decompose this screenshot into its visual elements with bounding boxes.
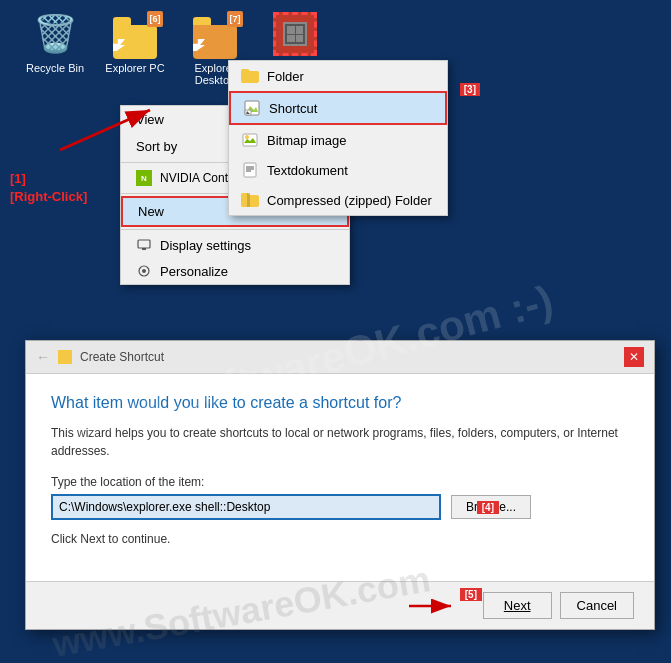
dialog-heading: What item would you like to create a sho…: [51, 394, 629, 412]
explorer-desktop-badge: [7]: [227, 11, 243, 27]
recycle-bin-label: Recycle Bin: [26, 62, 84, 74]
annotation-arrow-5: [404, 591, 459, 621]
separator-3: [121, 229, 349, 230]
display-settings-icon: [136, 237, 152, 253]
dialog-close-button[interactable]: ✕: [624, 347, 644, 367]
dialog-title-folder-icon: [58, 350, 72, 364]
submenu-folder[interactable]: Folder: [229, 61, 447, 91]
svg-rect-14: [247, 193, 250, 207]
submenu-bitmap[interactable]: Bitmap image: [229, 125, 447, 155]
explorer-pc-badge: [6]: [147, 11, 163, 27]
folder-icon: [241, 67, 259, 85]
submenu-compressed[interactable]: Compressed (zipped) Folder: [229, 185, 447, 215]
bitmap-icon: [241, 131, 259, 149]
annotation-5: [5]: [460, 588, 482, 601]
dialog-titlebar: ← Create Shortcut ✕: [26, 341, 654, 374]
dialog-location-input[interactable]: [51, 494, 441, 520]
desktop-icon-explorer-pc[interactable]: [6] Explorer PC: [100, 10, 170, 86]
submenu-shortcut[interactable]: Shortcut [3]: [229, 91, 447, 125]
nvidia-icon: N: [136, 170, 152, 186]
svg-rect-2: [138, 240, 150, 248]
desktop-background: 🗑️ Recycle Bin [6] Explorer PC: [0, 0, 671, 663]
svg-rect-8: [243, 134, 257, 146]
annotation-4: [4]: [477, 501, 499, 514]
next-button[interactable]: Next: [483, 592, 552, 619]
svg-rect-10: [244, 163, 256, 177]
context-submenu: Folder Shortcut [3] Bitmap image: [228, 60, 448, 216]
desktop-icon-recycle-bin[interactable]: 🗑️ Recycle Bin: [20, 10, 90, 86]
dialog-back-button[interactable]: ←: [36, 349, 50, 365]
cancel-button[interactable]: Cancel: [560, 592, 634, 619]
dialog-input-row: Browse... [4]: [51, 494, 629, 520]
text-doc-icon: [241, 161, 259, 179]
svg-point-5: [142, 269, 146, 273]
annotation-3: [3]: [460, 83, 480, 96]
svg-point-9: [245, 135, 249, 139]
dialog-titlebar-left: ← Create Shortcut: [36, 349, 164, 365]
svg-rect-3: [142, 248, 146, 250]
create-shortcut-dialog: ← Create Shortcut ✕ What item would you …: [25, 340, 655, 630]
explorer-pc-label: Explorer PC: [105, 62, 164, 74]
personalize-icon: [136, 263, 152, 279]
compressed-folder-icon: [241, 191, 259, 209]
submenu-textdokument[interactable]: Textdokument: [229, 155, 447, 185]
dialog-description: This wizard helps you to create shortcut…: [51, 424, 629, 460]
dialog-footer: [5] Next Cancel: [26, 581, 654, 629]
dialog-location-label: Type the location of the item:: [51, 475, 629, 489]
dialog-title-text: Create Shortcut: [80, 350, 164, 364]
context-menu-display-settings[interactable]: Display settings: [121, 232, 349, 258]
annotation-right-click: [1] [Right-Click]: [10, 170, 87, 206]
dialog-hint: Click Next to continue.: [51, 532, 629, 546]
context-menu-personalize[interactable]: Personalize: [121, 258, 349, 284]
shortcut-icon: [243, 99, 261, 117]
dialog-body: What item would you like to create a sho…: [26, 374, 654, 561]
